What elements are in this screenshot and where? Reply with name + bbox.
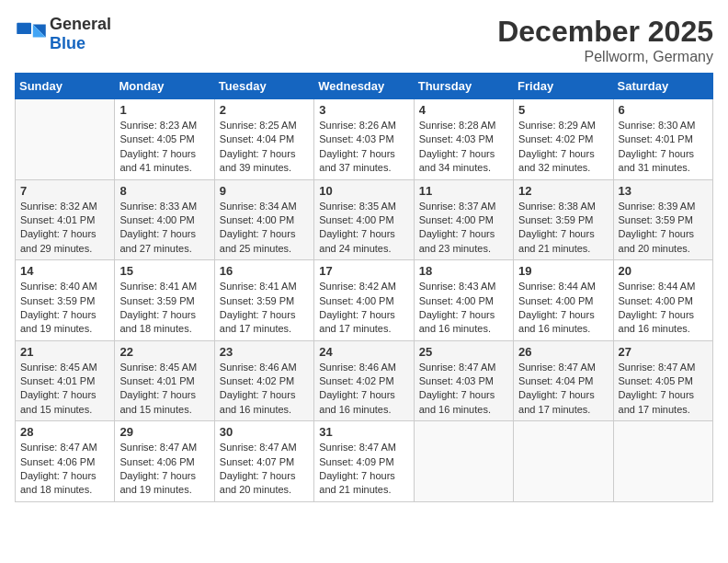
- day-number: 15: [119, 264, 209, 278]
- day-info: Sunrise: 8:45 AM Sunset: 4:01 PM Dayligh…: [119, 361, 209, 418]
- calendar-day-cell: 30Sunrise: 8:47 AM Sunset: 4:07 PM Dayli…: [214, 421, 313, 502]
- title-block: December 2025 Pellworm, Germany: [497, 15, 713, 65]
- day-number: 6: [619, 103, 708, 117]
- calendar-week-row: 28Sunrise: 8:47 AM Sunset: 4:06 PM Dayli…: [16, 421, 713, 502]
- day-number: 26: [518, 345, 608, 359]
- calendar-day-cell: 4Sunrise: 8:28 AM Sunset: 4:03 PM Daylig…: [414, 99, 513, 180]
- calendar-day-cell: 20Sunrise: 8:44 AM Sunset: 4:00 PM Dayli…: [613, 260, 712, 341]
- logo-general: General: [50, 15, 111, 33]
- weekday-header: Saturday: [613, 74, 712, 99]
- calendar-day-cell: 12Sunrise: 8:38 AM Sunset: 3:59 PM Dayli…: [514, 179, 613, 260]
- weekday-header: Sunday: [16, 74, 115, 99]
- day-number: 4: [419, 103, 508, 117]
- day-info: Sunrise: 8:45 AM Sunset: 4:01 PM Dayligh…: [20, 361, 109, 418]
- day-number: 9: [220, 184, 309, 198]
- day-info: Sunrise: 8:44 AM Sunset: 4:00 PM Dayligh…: [518, 280, 608, 337]
- calendar-day-cell: 19Sunrise: 8:44 AM Sunset: 4:00 PM Dayli…: [514, 260, 613, 341]
- day-number: 3: [319, 103, 408, 117]
- svg-rect-3: [17, 23, 31, 34]
- page-header: General Blue December 2025 Pellworm, Ger…: [15, 15, 713, 65]
- calendar-day-cell: 8Sunrise: 8:33 AM Sunset: 4:00 PM Daylig…: [115, 179, 214, 260]
- day-number: 28: [20, 425, 109, 439]
- day-info: Sunrise: 8:25 AM Sunset: 4:04 PM Dayligh…: [220, 119, 309, 176]
- calendar-day-cell: 26Sunrise: 8:47 AM Sunset: 4:04 PM Dayli…: [514, 340, 613, 421]
- calendar-body: 1Sunrise: 8:23 AM Sunset: 4:05 PM Daylig…: [16, 99, 713, 502]
- calendar-day-cell: 6Sunrise: 8:30 AM Sunset: 4:01 PM Daylig…: [613, 99, 712, 180]
- calendar-day-cell: 17Sunrise: 8:42 AM Sunset: 4:00 PM Dayli…: [314, 260, 414, 341]
- day-number: 25: [419, 345, 508, 359]
- day-info: Sunrise: 8:40 AM Sunset: 3:59 PM Dayligh…: [20, 280, 109, 337]
- calendar-header-row: SundayMondayTuesdayWednesdayThursdayFrid…: [16, 74, 713, 99]
- calendar-day-cell: 2Sunrise: 8:25 AM Sunset: 4:04 PM Daylig…: [214, 99, 313, 180]
- day-info: Sunrise: 8:46 AM Sunset: 4:02 PM Dayligh…: [319, 361, 408, 418]
- day-number: 7: [20, 184, 109, 198]
- day-info: Sunrise: 8:47 AM Sunset: 4:06 PM Dayligh…: [119, 441, 209, 498]
- day-info: Sunrise: 8:47 AM Sunset: 4:05 PM Dayligh…: [619, 361, 708, 418]
- day-info: Sunrise: 8:23 AM Sunset: 4:05 PM Dayligh…: [119, 119, 209, 176]
- weekday-header: Wednesday: [314, 74, 414, 99]
- calendar-day-cell: 5Sunrise: 8:29 AM Sunset: 4:02 PM Daylig…: [514, 99, 613, 180]
- calendar-day-cell: 1Sunrise: 8:23 AM Sunset: 4:05 PM Daylig…: [115, 99, 214, 180]
- day-number: 17: [319, 264, 408, 278]
- day-number: 29: [119, 425, 209, 439]
- day-info: Sunrise: 8:41 AM Sunset: 3:59 PM Dayligh…: [119, 280, 209, 337]
- day-info: Sunrise: 8:46 AM Sunset: 4:02 PM Dayligh…: [220, 361, 309, 418]
- day-info: Sunrise: 8:47 AM Sunset: 4:06 PM Dayligh…: [20, 441, 109, 498]
- day-info: Sunrise: 8:47 AM Sunset: 4:03 PM Dayligh…: [419, 361, 508, 418]
- calendar-week-row: 21Sunrise: 8:45 AM Sunset: 4:01 PM Dayli…: [16, 340, 713, 421]
- calendar-day-cell: 9Sunrise: 8:34 AM Sunset: 4:00 PM Daylig…: [214, 179, 313, 260]
- calendar-day-cell: 31Sunrise: 8:47 AM Sunset: 4:09 PM Dayli…: [314, 421, 414, 502]
- calendar-day-cell: [16, 99, 115, 180]
- weekday-header: Thursday: [414, 74, 513, 99]
- day-info: Sunrise: 8:44 AM Sunset: 4:00 PM Dayligh…: [619, 280, 708, 337]
- calendar-day-cell: 22Sunrise: 8:45 AM Sunset: 4:01 PM Dayli…: [115, 340, 214, 421]
- day-info: Sunrise: 8:41 AM Sunset: 3:59 PM Dayligh…: [220, 280, 309, 337]
- day-info: Sunrise: 8:29 AM Sunset: 4:02 PM Dayligh…: [518, 119, 608, 176]
- day-number: 27: [619, 345, 708, 359]
- day-number: 22: [119, 345, 209, 359]
- calendar-day-cell: 13Sunrise: 8:39 AM Sunset: 3:59 PM Dayli…: [613, 179, 712, 260]
- calendar-day-cell: 27Sunrise: 8:47 AM Sunset: 4:05 PM Dayli…: [613, 340, 712, 421]
- calendar-day-cell: 24Sunrise: 8:46 AM Sunset: 4:02 PM Dayli…: [314, 340, 414, 421]
- calendar-title: December 2025: [497, 15, 713, 49]
- day-number: 10: [319, 184, 408, 198]
- logo-blue: Blue: [50, 34, 85, 52]
- calendar-week-row: 14Sunrise: 8:40 AM Sunset: 3:59 PM Dayli…: [16, 260, 713, 341]
- calendar-week-row: 7Sunrise: 8:32 AM Sunset: 4:01 PM Daylig…: [16, 179, 713, 260]
- calendar-day-cell: 10Sunrise: 8:35 AM Sunset: 4:00 PM Dayli…: [314, 179, 414, 260]
- calendar-day-cell: 3Sunrise: 8:26 AM Sunset: 4:03 PM Daylig…: [314, 99, 414, 180]
- day-number: 14: [20, 264, 109, 278]
- day-info: Sunrise: 8:47 AM Sunset: 4:09 PM Dayligh…: [319, 441, 408, 498]
- day-info: Sunrise: 8:42 AM Sunset: 4:00 PM Dayligh…: [319, 280, 408, 337]
- day-info: Sunrise: 8:47 AM Sunset: 4:04 PM Dayligh…: [518, 361, 608, 418]
- calendar-day-cell: [414, 421, 513, 502]
- day-info: Sunrise: 8:32 AM Sunset: 4:01 PM Dayligh…: [20, 200, 109, 257]
- weekday-header: Friday: [514, 74, 613, 99]
- day-number: 24: [319, 345, 408, 359]
- day-info: Sunrise: 8:30 AM Sunset: 4:01 PM Dayligh…: [619, 119, 708, 176]
- day-number: 1: [119, 103, 209, 117]
- calendar-day-cell: 28Sunrise: 8:47 AM Sunset: 4:06 PM Dayli…: [16, 421, 115, 502]
- day-info: Sunrise: 8:33 AM Sunset: 4:00 PM Dayligh…: [119, 200, 209, 257]
- calendar-day-cell: 21Sunrise: 8:45 AM Sunset: 4:01 PM Dayli…: [16, 340, 115, 421]
- day-number: 30: [220, 425, 309, 439]
- day-number: 16: [220, 264, 309, 278]
- day-number: 12: [518, 184, 608, 198]
- calendar-day-cell: 11Sunrise: 8:37 AM Sunset: 4:00 PM Dayli…: [414, 179, 513, 260]
- logo-text: General Blue: [50, 15, 111, 53]
- calendar-table: SundayMondayTuesdayWednesdayThursdayFrid…: [15, 73, 713, 502]
- calendar-day-cell: 18Sunrise: 8:43 AM Sunset: 4:00 PM Dayli…: [414, 260, 513, 341]
- calendar-week-row: 1Sunrise: 8:23 AM Sunset: 4:05 PM Daylig…: [16, 99, 713, 180]
- day-info: Sunrise: 8:28 AM Sunset: 4:03 PM Dayligh…: [419, 119, 508, 176]
- day-info: Sunrise: 8:37 AM Sunset: 4:00 PM Dayligh…: [419, 200, 508, 257]
- calendar-day-cell: 14Sunrise: 8:40 AM Sunset: 3:59 PM Dayli…: [16, 260, 115, 341]
- day-number: 31: [319, 425, 408, 439]
- logo-icon: [15, 21, 48, 47]
- weekday-header: Monday: [115, 74, 214, 99]
- day-number: 21: [20, 345, 109, 359]
- day-info: Sunrise: 8:43 AM Sunset: 4:00 PM Dayligh…: [419, 280, 508, 337]
- calendar-day-cell: [613, 421, 712, 502]
- calendar-day-cell: 15Sunrise: 8:41 AM Sunset: 3:59 PM Dayli…: [115, 260, 214, 341]
- calendar-day-cell: 29Sunrise: 8:47 AM Sunset: 4:06 PM Dayli…: [115, 421, 214, 502]
- day-info: Sunrise: 8:39 AM Sunset: 3:59 PM Dayligh…: [619, 200, 708, 257]
